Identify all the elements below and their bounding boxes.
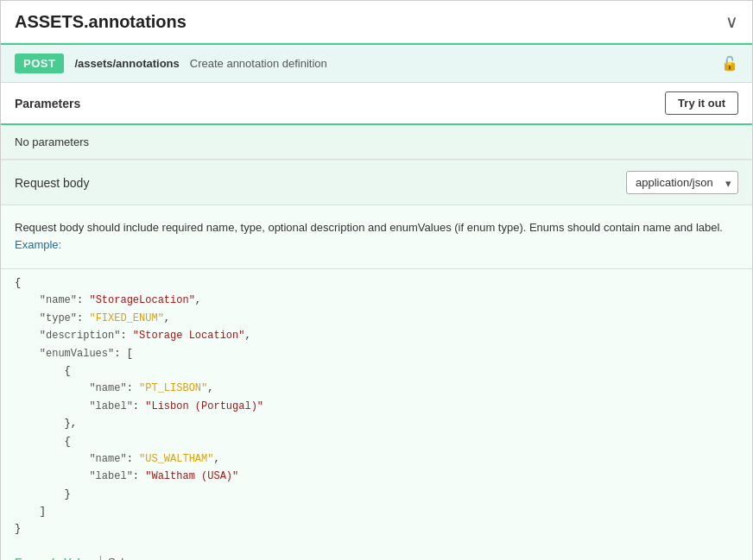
code-line-3: "type": "FIXED_ENUM", bbox=[15, 310, 738, 327]
description-section: Request body should include required nam… bbox=[1, 205, 752, 269]
request-body-section: Request body application/json bbox=[1, 160, 752, 205]
lock-icon: 🔓 bbox=[721, 55, 738, 72]
section-header: ASSETS.annotations ∨ bbox=[1, 1, 752, 43]
description-text: Request body should include required nam… bbox=[15, 219, 738, 253]
tab-example-value[interactable]: Example Value bbox=[15, 556, 101, 560]
section-title: ASSETS.annotations bbox=[15, 12, 187, 32]
code-example: { "name": "StorageLocation", "type": "FI… bbox=[1, 269, 752, 549]
no-parameters-row: No parameters bbox=[1, 125, 752, 160]
code-line-6: { bbox=[15, 362, 738, 380]
code-line-13: } bbox=[15, 486, 738, 503]
parameters-section: Parameters Try it out No parameters bbox=[1, 83, 752, 160]
tab-schema[interactable]: Schema bbox=[108, 556, 149, 560]
code-line-12: "label": "Waltham (USA)" bbox=[15, 468, 738, 485]
code-line-5: "enumValues": [ bbox=[15, 345, 738, 362]
try-it-out-button[interactable]: Try it out bbox=[665, 91, 738, 115]
example-link[interactable]: Example: bbox=[15, 238, 61, 251]
request-body-label: Request body bbox=[15, 176, 89, 190]
api-path: /assets/annotations bbox=[74, 57, 179, 70]
code-line-10: { bbox=[15, 433, 738, 450]
example-tabs: Example Value Schema bbox=[1, 549, 752, 560]
code-line-1: { bbox=[15, 274, 738, 292]
code-line-14: ] bbox=[15, 503, 738, 520]
method-badge: POST bbox=[15, 53, 64, 73]
parameters-header: Parameters Try it out bbox=[1, 83, 752, 125]
code-line-4: "description": "Storage Location", bbox=[15, 327, 738, 344]
parameters-title: Parameters bbox=[15, 97, 80, 110]
api-description: Create annotation definition bbox=[190, 57, 327, 70]
request-body-header: Request body application/json bbox=[15, 171, 738, 194]
code-line-11: "name": "US_WALTHAM", bbox=[15, 450, 738, 468]
code-line-9: }, bbox=[15, 415, 738, 432]
main-container: ASSETS.annotations ∨ POST /assets/annota… bbox=[0, 0, 753, 560]
no-parameters-label: No parameters bbox=[15, 135, 89, 148]
code-line-8: "label": "Lisbon (Portugal)" bbox=[15, 398, 738, 415]
content-type-select-wrapper[interactable]: application/json bbox=[626, 171, 738, 194]
content-type-select[interactable]: application/json bbox=[626, 171, 738, 194]
post-bar: POST /assets/annotations Create annotati… bbox=[1, 43, 752, 83]
chevron-down-icon[interactable]: ∨ bbox=[725, 11, 738, 32]
code-line-2: "name": "StorageLocation", bbox=[15, 292, 738, 309]
code-line-7: "name": "PT_LISBON", bbox=[15, 380, 738, 397]
description-main-text: Request body should include required nam… bbox=[15, 221, 723, 234]
code-line-15: } bbox=[15, 520, 738, 538]
